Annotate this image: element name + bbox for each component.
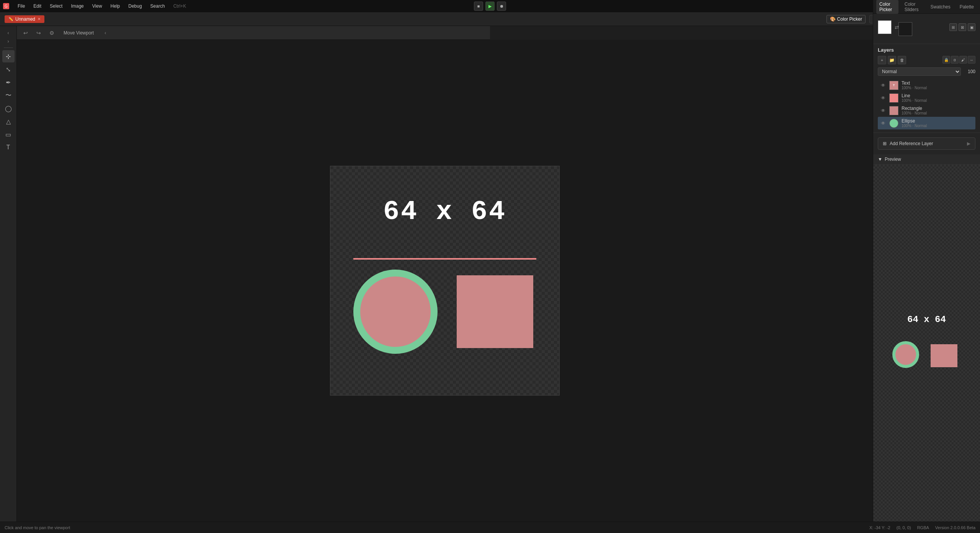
toolbar-nav-prev[interactable]: ‹ — [5, 29, 12, 37]
tab-color-picker[interactable]: Color Picker — [876, 0, 898, 14]
toolbar-separator-1 — [4, 47, 13, 48]
add-reference-layer-button[interactable]: ⊞ Add Reference Layer ▶ — [878, 137, 975, 150]
run-controls: ■ ▶ ⏺ — [474, 2, 506, 11]
blend-mode-select[interactable]: Normal Multiply Screen Overlay — [878, 67, 961, 76]
move-viewport-btn[interactable]: Move Viewport — [60, 29, 97, 37]
preview-canvas: 64 x 64 — [873, 165, 980, 533]
status-rgb: (0, 0, 0) — [897, 525, 911, 530]
status-left: Click and move to pan the viewport — [5, 525, 70, 530]
layer-new-btn[interactable]: + — [878, 56, 886, 64]
layer-thumb-rectangle — [889, 106, 898, 115]
canvas-ellipse — [353, 270, 438, 354]
canvas-line — [353, 258, 536, 260]
transform-tool-btn[interactable]: ⤡ — [2, 63, 15, 75]
play-button[interactable]: ▶ — [485, 2, 495, 11]
menu-bar: File Edit Select Image View Help Debug S… — [14, 2, 190, 10]
bezier-tool-btn[interactable]: 〜 — [2, 89, 15, 101]
canvas-area[interactable]: 64 x 64 — [17, 40, 873, 522]
canvas-frame: 64 x 64 — [330, 166, 560, 396]
tab-palette[interactable]: Palette — [957, 3, 977, 11]
color-picker-tab[interactable]: 🎨 Color Picker — [826, 15, 866, 23]
layer-list: 👁 T Text 100% · Normal 👁 Line 100% · Nor… — [878, 79, 975, 129]
opacity-value: 100 — [964, 69, 975, 74]
color-arrows: ⇄ ⊞ ⊠ ▣ — [878, 18, 975, 36]
layer-item-rectangle[interactable]: 👁 Rectangle 100% · Normal — [878, 104, 975, 117]
record-button[interactable]: ⏺ — [497, 2, 506, 11]
layer-sub-text: 100% · Normal — [902, 86, 972, 90]
layer-visibility-rectangle[interactable]: 👁 — [881, 108, 886, 113]
tab-color-sliders[interactable]: Color Sliders — [902, 0, 924, 14]
layer-info-text: Text 100% · Normal — [902, 80, 972, 90]
file-tab-close[interactable]: ✕ — [38, 17, 41, 21]
layer-sub-line: 100% · Normal — [902, 98, 972, 103]
settings-button[interactable]: ⚙ — [47, 29, 56, 37]
color-icon-1[interactable]: ⊞ — [949, 23, 957, 31]
secondary-toolbar: ↩ ↪ ⚙ Move Viewport ‹ — [17, 26, 490, 40]
undo-button[interactable]: ↩ — [21, 29, 30, 37]
menu-view[interactable]: View — [88, 2, 106, 10]
pen-tool-btn[interactable]: ✒ — [2, 76, 15, 88]
layer-visibility-line[interactable]: 👁 — [881, 95, 886, 101]
menu-help[interactable]: Help — [107, 2, 124, 10]
layers-toolbar: + 📁 🗑 🔒 α 🖌 ↔ — [878, 56, 975, 64]
layer-info-ellipse: Ellipse 100% · Normal — [902, 118, 972, 128]
color-icon-2[interactable]: ⊠ — [959, 23, 966, 31]
canvas-content: 64 x 64 — [330, 166, 559, 395]
file-tab[interactable]: ✏️ Unnamed ✕ — [5, 15, 44, 23]
lock-move-btn[interactable]: ↔ — [968, 56, 975, 64]
layer-delete-btn[interactable]: 🗑 — [898, 56, 906, 64]
preview-title: Preview — [885, 157, 901, 162]
background-color-swatch[interactable] — [898, 22, 912, 36]
foreground-color-swatch[interactable] — [878, 20, 892, 34]
add-ref-layer-icon: ⊞ — [883, 141, 887, 146]
select-tool-btn[interactable]: ⊹ — [2, 50, 15, 62]
color-picker-icon: 🎨 — [830, 16, 836, 22]
layer-sub-ellipse: 100% · Normal — [902, 124, 972, 128]
file-tab-label: Unnamed — [15, 16, 35, 22]
right-panel: Color Picker Color Sliders Swatches Pale… — [873, 0, 980, 533]
preview-text: 64 x 64 — [907, 314, 946, 325]
layers-lock-icons: 🔒 α 🖌 ↔ — [942, 56, 975, 64]
preview-inner: 64 x 64 — [889, 311, 965, 387]
add-ref-layer-expand: ▶ — [967, 141, 970, 146]
color-icon-3[interactable]: ▣ — [968, 23, 975, 31]
menu-search[interactable]: Search — [147, 2, 169, 10]
menu-image[interactable]: Image — [67, 2, 87, 10]
layer-item-ellipse[interactable]: 👁 Ellipse 100% · Normal — [878, 117, 975, 129]
file-tab-icon: ✏️ — [8, 17, 13, 21]
menu-select[interactable]: Select — [46, 2, 66, 10]
lock-alpha-btn[interactable]: α — [951, 56, 959, 64]
menu-file[interactable]: File — [14, 2, 29, 10]
preview-section: ▼ Preview 64 x 64 — [873, 154, 980, 533]
lock-paint-btn[interactable]: 🖌 — [959, 56, 967, 64]
layer-visibility-text[interactable]: 👁 — [881, 83, 886, 88]
layers-title: Layers — [878, 47, 894, 53]
stop-button[interactable]: ■ — [474, 2, 483, 11]
menu-debug[interactable]: Debug — [124, 2, 145, 10]
status-hint: Click and move to pan the viewport — [5, 525, 70, 530]
layer-visibility-ellipse[interactable]: 👁 — [881, 121, 886, 126]
rect-tool-btn[interactable]: ▭ — [2, 128, 15, 141]
layer-thumb-line — [889, 93, 898, 103]
status-bar: Click and move to pan the viewport X: -3… — [0, 522, 980, 533]
layer-folder-btn[interactable]: 📁 — [888, 56, 896, 64]
preview-header[interactable]: ▼ Preview — [873, 154, 980, 165]
ellipse-tool-btn[interactable]: ◯ — [2, 102, 15, 114]
toolbar-nav-next[interactable]: › — [5, 38, 12, 45]
shape-tool-btn[interactable]: △ — [2, 115, 15, 128]
layer-info-line: Line 100% · Normal — [902, 93, 972, 103]
layer-info-rectangle: Rectangle 100% · Normal — [902, 106, 972, 115]
right-panel-tabs: Color Picker Color Sliders Swatches Pale… — [873, 0, 980, 14]
layer-item-line[interactable]: 👁 Line 100% · Normal — [878, 92, 975, 104]
text-tool-btn[interactable]: T — [2, 141, 15, 154]
layer-name-text: Text — [902, 80, 972, 86]
lock-all-btn[interactable]: 🔒 — [942, 56, 950, 64]
status-version: Version 2.0.0.66 Beta — [935, 525, 975, 530]
layer-item-text[interactable]: 👁 T Text 100% · Normal — [878, 79, 975, 92]
redo-button[interactable]: ↪ — [34, 29, 43, 37]
nav-collapse[interactable]: ‹ — [101, 29, 109, 37]
menu-edit[interactable]: Edit — [29, 2, 45, 10]
app-icon: G — [3, 3, 9, 9]
tab-swatches[interactable]: Swatches — [928, 3, 954, 11]
preview-collapse-icon: ▼ — [878, 157, 882, 162]
